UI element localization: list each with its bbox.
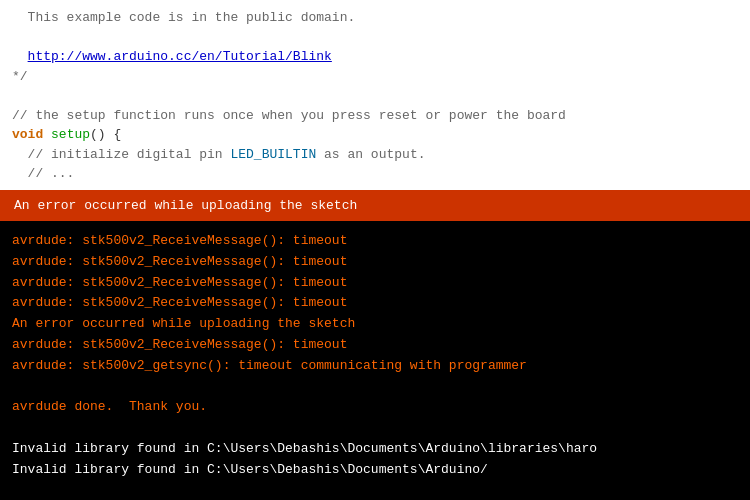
code-line-blank2 [12,86,738,106]
code-line-setup-comment: // the setup function runs once when you… [12,106,738,126]
code-line-link: http://www.arduino.cc/en/Tutorial/Blink [12,47,738,67]
arduino-link[interactable]: http://www.arduino.cc/en/Tutorial/Blink [28,49,332,64]
code-line-init-comment: // initialize digital pin LED_BUILTIN as… [12,145,738,165]
console-line-1: avrdude: stk500v2_ReceiveMessage(): time… [12,233,527,414]
error-banner: An error occurred while uploading the sk… [0,190,750,221]
code-line-dots: // ... [12,164,738,184]
console-library-1: Invalid library found in C:\Users\Debash… [12,441,597,477]
code-line-setup: void setup() { [12,125,738,145]
code-editor: This example code is in the public domai… [0,0,750,190]
console-output: avrdude: stk500v2_ReceiveMessage(): time… [0,221,750,500]
code-line-blank1 [12,28,738,48]
code-line-end-comment: */ [12,67,738,87]
code-line-1: This example code is in the public domai… [12,8,738,28]
error-banner-text: An error occurred while uploading the sk… [14,198,357,213]
